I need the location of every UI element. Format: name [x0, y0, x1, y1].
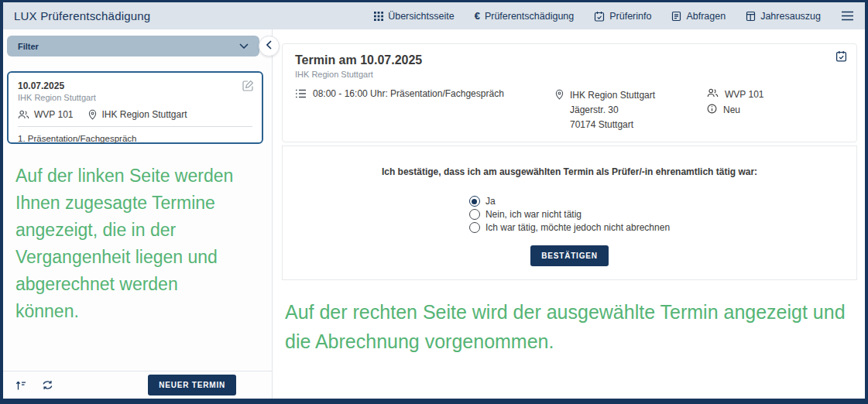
radio-option-taetig-nicht-abrechnen[interactable]: Ich war tätig, möchte jedoch nicht abrec…	[469, 222, 670, 233]
appointment-title: Termin am 10.07.2025	[295, 53, 844, 67]
filter-label: Filter	[18, 42, 39, 51]
nav-prueferentschaedigung[interactable]: € Prüferentschädigung	[475, 11, 575, 22]
radio-option-ja[interactable]: Ja	[469, 196, 670, 207]
refresh-icon[interactable]	[42, 380, 53, 390]
nav-abfragen[interactable]: Abfragen	[671, 11, 726, 22]
appointment-card[interactable]: 10.07.2025 IHK Region Stuttgart WVP 101 …	[7, 71, 263, 144]
nav-prueferinfo[interactable]: Prüferinfo	[594, 11, 651, 22]
confirmation-box: Ich bestätige, dass ich am ausgewählten …	[282, 146, 857, 280]
radio-label: Ja	[485, 196, 496, 207]
people-icon	[707, 88, 719, 100]
radio-label: Ich war tätig, möchte jedoch nicht abrec…	[485, 222, 670, 233]
nav-label: Prüferentschädigung	[485, 11, 574, 22]
menu-button[interactable]	[841, 11, 854, 21]
hamburger-menu-icon	[841, 11, 854, 21]
nav-label: Prüferinfo	[609, 11, 651, 22]
address-line: Jägerstr. 30	[570, 103, 655, 118]
top-bar: LUX Prüferentschädigung Übersichtsseite …	[3, 2, 865, 29]
confirmation-question: Ich bestätige, dass ich am ausgewählten …	[283, 166, 856, 177]
sidebar: Filter 10.07.2025 IHK Region Stuttgart W…	[3, 29, 273, 399]
appointment-time: 08:00 - 16:00 Uhr: Präsentation/Fachgesp…	[313, 88, 504, 99]
appointment-group: WVP 101	[34, 109, 73, 120]
radio-option-nein[interactable]: Nein, ich war nicht tätig	[469, 209, 670, 220]
appointment-item: 1. Präsentation/Fachgespräch	[18, 134, 252, 143]
main-panel: Termin am 10.07.2025 IHK Region Stuttgar…	[273, 29, 865, 399]
appointment-subtitle: IHK Region Stuttgart	[295, 70, 844, 79]
appointment-status: Neu	[723, 104, 740, 115]
nav-jahresauszug[interactable]: Jahresauszug	[746, 11, 821, 22]
app-title: LUX Prüferentschädigung	[14, 9, 150, 22]
top-nav: Übersichtsseite € Prüferentschädigung Pr…	[374, 11, 854, 22]
euro-icon: €	[475, 11, 480, 21]
list-icon	[295, 89, 307, 98]
nav-label: Übersichtsseite	[388, 11, 454, 22]
appointment-group: WVP 101	[725, 89, 763, 100]
new-appointment-button[interactable]: NEUER TERMIN	[148, 375, 236, 395]
people-icon	[18, 110, 29, 119]
annotation-right: Auf der rechten Seite wird der ausgewähl…	[285, 297, 859, 356]
radio-button[interactable]	[469, 209, 480, 220]
app-window: LUX Prüferentschädigung Übersichtsseite …	[0, 0, 868, 404]
nav-label: Jahresauszug	[760, 11, 821, 22]
annotation-left: Auf der linken Seite werden Ihnen zugesa…	[15, 163, 242, 325]
filter-dropdown[interactable]: Filter	[7, 36, 259, 56]
location-pin-icon	[88, 109, 97, 120]
report-icon	[746, 11, 756, 22]
radio-label: Nein, ich war nicht tätig	[485, 209, 582, 220]
grid-icon	[374, 12, 383, 21]
appointment-date: 10.07.2025	[18, 80, 252, 91]
location-pin-icon	[555, 89, 564, 100]
sidebar-toolbar: NEUER TERMIN	[3, 371, 272, 399]
address-line: IHK Region Stuttgart	[570, 88, 655, 103]
sidebar-collapse-button[interactable]	[259, 36, 280, 56]
sort-icon[interactable]	[15, 380, 26, 391]
document-icon	[671, 11, 681, 22]
appointment-detail-card: Termin am 10.07.2025 IHK Region Stuttgar…	[282, 43, 857, 142]
content-area: Filter 10.07.2025 IHK Region Stuttgart W…	[3, 29, 865, 399]
radio-button[interactable]	[469, 222, 480, 233]
calendar-check-icon[interactable]	[835, 50, 847, 62]
chevron-left-icon	[266, 40, 272, 52]
divider	[18, 126, 252, 127]
appointment-location: IHK Region Stuttgart	[101, 109, 187, 120]
confirm-button[interactable]: BESTÄTIGEN	[530, 245, 608, 266]
chevron-down-icon	[239, 43, 249, 49]
edit-appointment-icon[interactable]	[242, 80, 254, 91]
calendar-check-icon	[594, 11, 605, 22]
radio-button[interactable]	[469, 196, 480, 207]
address-line: 70174 Stuttgart	[570, 118, 655, 132]
radio-group: Ja Nein, ich war nicht tätig Ich war tät…	[469, 196, 670, 233]
nav-label: Abfragen	[686, 11, 726, 22]
nav-uebersichtsseite[interactable]: Übersichtsseite	[374, 11, 454, 22]
appointment-organization: IHK Region Stuttgart	[18, 93, 252, 102]
info-icon	[707, 104, 717, 116]
